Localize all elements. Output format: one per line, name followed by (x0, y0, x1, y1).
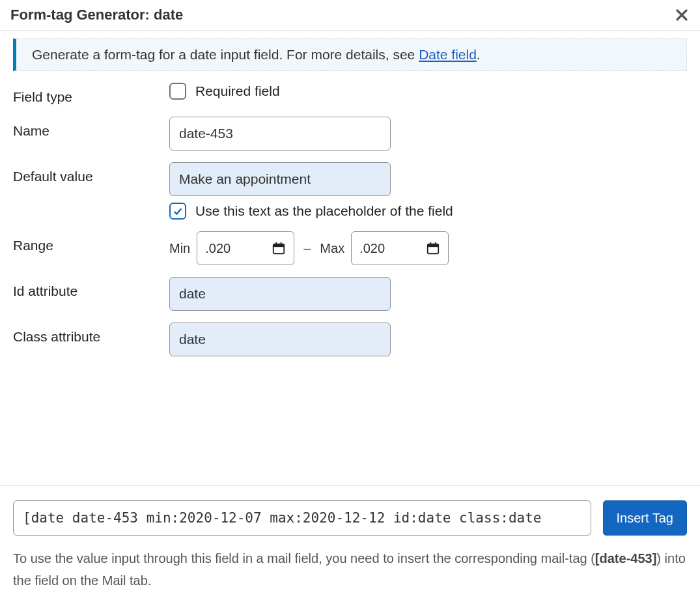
info-link[interactable]: Date field (419, 47, 477, 62)
range-max-value: .020 (359, 241, 385, 256)
info-banner: Generate a form-tag for a date input fie… (13, 38, 687, 71)
label-min: Min (169, 241, 190, 256)
label-default-value: Default value (13, 162, 169, 184)
label-id-attribute: Id attribute (13, 277, 169, 299)
svg-rect-2 (276, 242, 277, 246)
default-value-input[interactable] (169, 162, 391, 196)
close-icon[interactable] (674, 7, 690, 23)
form-tag-generator-dialog: Form-tag Generator: date Generate a form… (0, 0, 700, 602)
label-max: Max (320, 241, 344, 256)
svg-rect-3 (281, 242, 282, 246)
label-name: Name (13, 117, 169, 139)
calendar-icon (426, 241, 440, 255)
name-input[interactable] (169, 117, 391, 150)
help-before: To use the value input through this fiel… (13, 551, 595, 566)
range-dash: – (301, 241, 313, 256)
range-min-input[interactable]: .020 (197, 231, 294, 265)
help-mail-tag: [date-453] (595, 551, 656, 566)
svg-rect-1 (273, 244, 285, 248)
footer-help-text: To use the value input through this fiel… (13, 547, 687, 592)
svg-rect-7 (435, 242, 436, 246)
class-attribute-input[interactable] (169, 322, 391, 356)
calendar-icon (272, 241, 286, 255)
svg-rect-6 (430, 242, 432, 246)
label-range: Range (13, 231, 169, 253)
insert-tag-button[interactable]: Insert Tag (603, 500, 687, 536)
placeholder-label: Use this text as the placeholder of the … (195, 203, 453, 219)
dialog-footer: Insert Tag To use the value input throug… (0, 485, 700, 602)
generated-tag-output[interactable] (13, 500, 591, 536)
info-text-after: . (477, 47, 481, 62)
form-area: Field type Required field Name Default v… (0, 76, 700, 485)
range-min-value: .020 (205, 241, 231, 256)
dialog-title: Form-tag Generator: date (10, 7, 183, 23)
dialog-header: Form-tag Generator: date (0, 0, 700, 31)
required-checkbox[interactable] (169, 83, 186, 100)
id-attribute-input[interactable] (169, 277, 391, 311)
label-field-type: Field type (13, 83, 169, 105)
placeholder-checkbox[interactable] (169, 203, 186, 220)
label-class-attribute: Class attribute (13, 322, 169, 345)
range-max-input[interactable]: .020 (351, 231, 449, 265)
info-text-before: Generate a form-tag for a date input fie… (32, 47, 419, 62)
svg-rect-5 (428, 244, 439, 248)
required-label: Required field (195, 83, 280, 99)
